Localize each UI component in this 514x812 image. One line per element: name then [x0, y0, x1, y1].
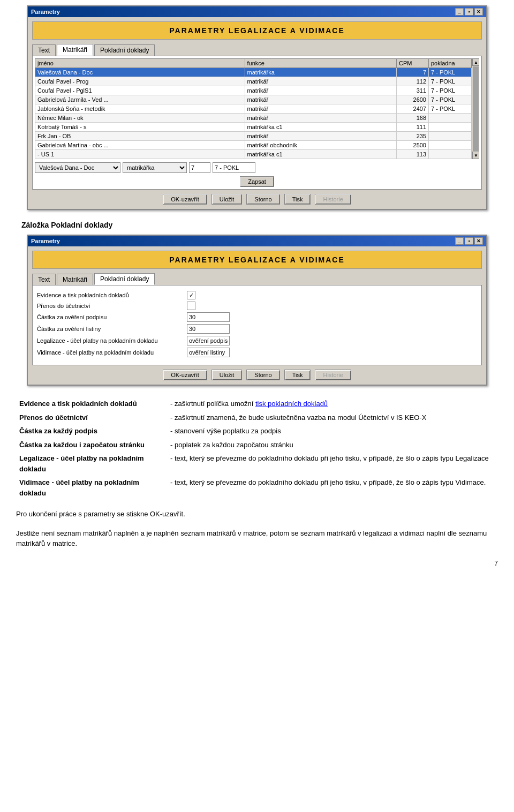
scroll-thumb[interactable]	[473, 66, 479, 151]
cell-funkce: matrikář obchodník	[245, 141, 396, 150]
desc-left-0: Evidence a tisk pokladních dokladů	[17, 397, 167, 410]
cell-funkce: matrikář	[245, 86, 396, 95]
dialog2-tisk-button[interactable]: Tisk	[284, 370, 311, 380]
form-label-5: Vidimace - účel platby na pokladním dokl…	[37, 349, 187, 356]
edit-cpm-input[interactable]	[189, 162, 210, 173]
cell-pokladna	[429, 132, 472, 141]
scroll-up-button[interactable]: ▲	[472, 58, 479, 66]
form-row: Evidence a tisk pokladních dokladů✓	[37, 291, 477, 299]
table-row[interactable]: Gabrielová Jarmila - Ved ... matrikář 26…	[35, 95, 472, 104]
titlebar-controls: _ ▪ ✕	[455, 8, 483, 16]
storno-button[interactable]: Storno	[246, 194, 279, 205]
pokladni-form: Evidence a tisk pokladních dokladů✓Přeno…	[35, 288, 479, 363]
cell-jmeno: Frk Jan - OB	[35, 132, 245, 141]
matrikari-table: jméno funkce CPM pokladna Valešová Dana …	[35, 58, 472, 159]
tab-matrikari[interactable]: Matrikáři	[57, 44, 93, 56]
table-row[interactable]: Coufal Pavel - Prog matrikář 112 7 - POK…	[35, 77, 472, 86]
dialog2-header: PARAMETRY LEGALIZACE A VIDIMACE	[32, 251, 482, 269]
cell-jmeno: Coufal Pavel - Prog	[35, 77, 245, 86]
table-row[interactable]: Jablonská Soňa - metodik matrikář 2407 7…	[35, 104, 472, 114]
paragraph1-text: Pro ukončení práce s parametry se stiskn…	[16, 510, 185, 518]
table-row[interactable]: Gabrielová Martina - obc ... matrikář ob…	[35, 141, 472, 150]
dialog2-ok-button[interactable]: OK-uzavřít	[163, 370, 207, 380]
checkbox-1[interactable]	[187, 302, 195, 310]
table-row[interactable]: Coufal Pavel - PglS1 matrikář 311 7 - PO…	[35, 86, 472, 95]
cell-pokladna	[429, 123, 472, 132]
edit-row: Valešová Dana - Doc matrikářka	[35, 162, 479, 173]
cell-cpm: 7	[397, 68, 429, 77]
cell-funkce: matrikář	[245, 95, 396, 104]
dialog2-titlebar: Parametry _ ▪ ✕	[28, 236, 486, 246]
cell-funkce: matrikářka c1	[245, 150, 396, 159]
edit-name-select[interactable]: Valešová Dana - Doc	[35, 162, 120, 173]
checkbox-0[interactable]: ✓	[187, 291, 195, 299]
scroll-down-button[interactable]: ▼	[472, 152, 479, 159]
cell-funkce: matrikářka c1	[245, 123, 396, 132]
desc-right-4: - text, který se převezme do pokladního …	[168, 452, 497, 475]
dialog2-body: PARAMETRY LEGALIZACE A VIDIMACE Text Mat…	[28, 246, 486, 385]
form-input-5[interactable]	[187, 348, 230, 357]
form-label-1: Přenos do účetnictví	[37, 303, 187, 309]
link-tisk-pokladnich[interactable]: tisk pokladních dokladů	[255, 400, 328, 408]
cell-cpm: 113	[397, 150, 429, 159]
zapsat-button[interactable]: Zapsat	[240, 176, 274, 187]
dialog2-restore-button[interactable]: ▪	[465, 237, 473, 245]
desc-right-1: - zaškrtnutí znamená, že bude uskutečněn…	[168, 411, 497, 424]
form-label-4: Legalizace - účel platby na pokladním do…	[37, 337, 187, 344]
paragraph2: Jestliže není seznam matrikářů naplněn a…	[11, 528, 503, 549]
description-section: Evidence a tisk pokladních dokladů- zašk…	[11, 396, 503, 500]
cell-pokladna	[429, 141, 472, 150]
dialog2-minimize-button[interactable]: _	[455, 237, 464, 245]
tisk-button[interactable]: Tisk	[284, 194, 311, 205]
paragraph2-text: Jestliže není seznam matrikářů naplněn a…	[16, 529, 487, 548]
table-wrapper: jméno funkce CPM pokladna Valešová Dana …	[35, 58, 479, 159]
section-label: Záložka Pokladní doklady	[21, 221, 503, 229]
ulozit-button[interactable]: Uložit	[211, 194, 243, 205]
edit-pokl-input[interactable]	[213, 162, 255, 173]
form-row: Částka za ověření podpisu	[37, 312, 477, 322]
dialog2-storno-button[interactable]: Storno	[246, 370, 279, 380]
cell-pokladna	[429, 150, 472, 159]
ok-button[interactable]: OK-uzavřít	[163, 194, 207, 205]
dialog2-ulozit-button[interactable]: Uložit	[211, 370, 243, 380]
historie-button[interactable]: Historie	[315, 194, 351, 205]
dialog2-titlebar-controls: _ ▪ ✕	[455, 237, 483, 245]
edit-func-select[interactable]: matrikářka	[123, 162, 187, 173]
tab-text[interactable]: Text	[32, 44, 56, 56]
close-button[interactable]: ✕	[474, 8, 483, 16]
description-table: Evidence a tisk pokladních dokladů- zašk…	[16, 396, 498, 500]
desc-left-1: Přenos do účetnictví	[17, 411, 167, 424]
table-row[interactable]: Kotrbatý Tomáš - s matrikářka c1 111	[35, 123, 472, 132]
table-row[interactable]: - US 1 matrikářka c1 113	[35, 150, 472, 159]
desc-right-0: - zaškrtnutí políčka umožní tisk pokladn…	[168, 397, 497, 410]
cell-funkce: matrikářka	[245, 68, 396, 77]
minimize-button[interactable]: _	[455, 8, 464, 16]
col-funkce: funkce	[245, 59, 396, 68]
cell-jmeno: Němec Milan - ok	[35, 114, 245, 123]
desc-right-3: - poplatek za každou započatou stránku	[168, 439, 497, 452]
table-scrollbar[interactable]: ▲ ▼	[472, 58, 479, 159]
cell-pokladna: 7 - POKL	[429, 104, 472, 114]
desc-row-2: Částka za každý podpis- stanovení výše p…	[17, 425, 497, 438]
cell-jmeno: Gabrielová Jarmila - Ved ...	[35, 95, 245, 104]
dialog2-historie-button[interactable]: Historie	[315, 370, 351, 380]
table-row[interactable]: Valešová Dana - Doc matrikářka 7 7 - POK…	[35, 68, 472, 77]
form-input-2[interactable]	[187, 312, 230, 322]
dialog2-tab-matrikari[interactable]: Matrikáři	[57, 274, 93, 285]
dialog2-tab-text[interactable]: Text	[32, 274, 56, 285]
table-row[interactable]: Frk Jan - OB matrikář 235	[35, 132, 472, 141]
form-input-3[interactable]	[187, 324, 230, 334]
cell-jmeno: Kotrbatý Tomáš - s	[35, 123, 245, 132]
cell-cpm: 168	[397, 114, 429, 123]
form-input-4[interactable]	[187, 336, 230, 345]
dialog1-titlebar: Parametry _ ▪ ✕	[28, 6, 486, 17]
tab-pokladni-doklady[interactable]: Pokladní doklady	[94, 44, 155, 56]
table-row[interactable]: Němec Milan - ok matrikář 168	[35, 114, 472, 123]
dialog2-tab-pokladni[interactable]: Pokladní doklady	[94, 273, 155, 285]
cell-cpm: 235	[397, 132, 429, 141]
cell-cpm: 2600	[397, 95, 429, 104]
form-row: Částka za ověření listiny	[37, 324, 477, 334]
cell-cpm: 2407	[397, 104, 429, 114]
restore-button[interactable]: ▪	[465, 8, 473, 16]
dialog2-close-button[interactable]: ✕	[474, 237, 483, 245]
